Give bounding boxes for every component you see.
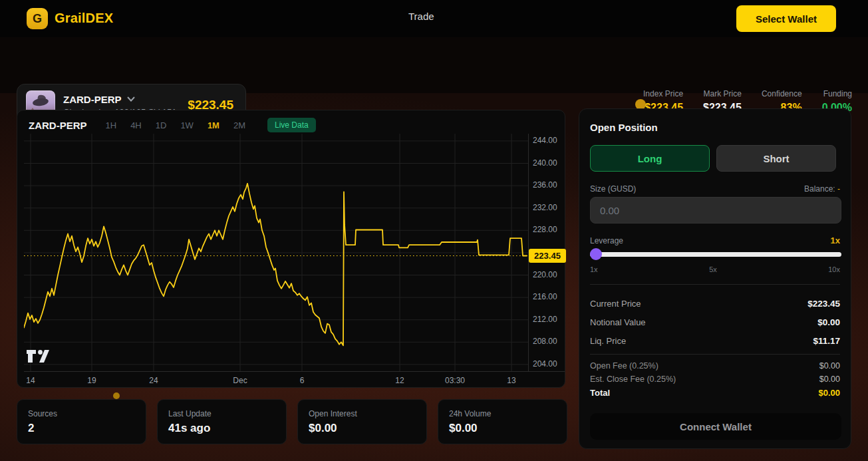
x-axis-tick-label: Dec	[233, 376, 247, 385]
divider	[590, 284, 840, 285]
axis-separator-horizontal	[24, 371, 565, 372]
timeframe-1h-button[interactable]: 1H	[106, 120, 117, 130]
row-label: Current Price	[590, 299, 641, 309]
balance-label: Balance: -	[804, 184, 840, 194]
scale-mid: 5x	[709, 265, 717, 273]
nav-link-trade[interactable]: Trade	[408, 11, 434, 22]
timeframe-1w-button[interactable]: 1W	[180, 120, 194, 130]
short-button[interactable]: Short	[716, 145, 836, 172]
open-fee-row: Open Fee (0.25%) $0.00	[590, 361, 840, 371]
brand-name[interactable]: GrailDEX	[55, 11, 113, 26]
y-axis-tick-label: 228.00	[533, 225, 557, 234]
timeframe-2m-button[interactable]: 2M	[233, 120, 245, 130]
notional-value-row: Notional Value $0.00	[590, 317, 840, 327]
stat-card-24h-volume: 24h Volume $0.00	[438, 399, 567, 444]
scale-max: 10x	[828, 265, 840, 273]
stat-card-label: Open Interest	[309, 409, 416, 418]
stat-card-label: 24h Volume	[449, 409, 556, 418]
y-axis-tick-label: 216.00	[533, 292, 557, 301]
row-value: $0.00	[818, 388, 840, 398]
stat-card-label: Sources	[28, 409, 135, 418]
chart-panel: ZARD-PERP 1H 4H 1D 1W 1M 2M Live Data 24…	[17, 110, 565, 388]
x-axis-tick-label: 13	[507, 376, 515, 385]
x-axis-labels[interactable]: 141924Dec61203:3013	[24, 376, 528, 386]
row-value: $11.17	[813, 336, 840, 346]
size-label: Size (GUSD)	[590, 184, 636, 194]
row-label: Liq. Price	[590, 336, 626, 346]
row-value: $0.00	[817, 317, 840, 327]
tradingview-logo-icon[interactable]	[26, 349, 50, 364]
current-price-badge: 223.45	[529, 249, 566, 263]
y-axis-tick-label: 208.00	[533, 337, 557, 346]
leverage-slider[interactable]	[590, 252, 841, 257]
select-wallet-button[interactable]: Select Wallet	[736, 5, 836, 32]
footer-stats: Sources 2 Last Update 41s ago Open Inter…	[17, 399, 567, 444]
balance-value: -	[837, 184, 840, 194]
stat-card-label: Last Update	[168, 409, 275, 418]
panel-title: Open Position	[590, 122, 658, 133]
decorative-dot	[113, 392, 120, 399]
total-fee-row: Total $0.00	[590, 387, 840, 398]
chart-header: ZARD-PERP 1H 4H 1D 1W 1M 2M Live Data	[29, 118, 316, 132]
market-header: ZARD-PERP Charizard ex 199/165 SV 151 $2…	[0, 37, 868, 93]
timeframe-4h-button[interactable]: 4H	[130, 120, 142, 130]
price-chart-plot[interactable]	[24, 134, 528, 371]
timeframe-1m-button[interactable]: 1M	[208, 120, 219, 130]
y-axis-tick-label: 240.00	[533, 158, 557, 168]
stat-card-value: $0.00	[449, 422, 556, 435]
y-axis-tick-label: 236.00	[533, 180, 557, 190]
x-axis-tick-label: 12	[395, 376, 404, 385]
stat-label: Funding	[823, 89, 852, 98]
asset-symbol: ZARD-PERP	[63, 94, 122, 105]
chart-symbol: ZARD-PERP	[29, 120, 87, 131]
stat-card-value: $0.00	[309, 422, 416, 435]
divider	[590, 354, 840, 355]
chevron-down-icon[interactable]	[127, 96, 135, 102]
leverage-slider-thumb[interactable]	[590, 248, 602, 260]
x-axis-tick-label: 19	[87, 376, 96, 385]
stat-label: Mark Price	[704, 89, 742, 98]
stat-label: Index Price	[643, 89, 683, 98]
stat-card-sources: Sources 2	[17, 399, 146, 444]
stat-card-open-interest: Open Interest $0.00	[297, 399, 427, 444]
top-nav: G GrailDEX Trade Select Wallet	[0, 0, 868, 37]
y-axis-tick-label: 220.00	[533, 270, 557, 279]
stat-card-value: 2	[28, 422, 135, 435]
current-price-row: Current Price $223.45	[590, 298, 840, 309]
row-label: Open Fee (0.25%)	[590, 361, 658, 371]
stat-card-value: 41s ago	[168, 422, 275, 435]
y-axis-tick-label: 232.00	[533, 203, 557, 212]
open-position-panel: Open Position Long Short Size (GUSD) Bal…	[579, 108, 851, 449]
size-label-row: Size (GUSD) Balance: -	[590, 184, 840, 194]
leverage-value: 1x	[831, 235, 840, 245]
row-value: $223.45	[807, 299, 840, 309]
row-value: $0.00	[819, 361, 840, 371]
balance-text: Balance:	[804, 184, 835, 194]
y-axis-tick-label: 204.00	[533, 359, 557, 369]
asset-thumbnail-art	[32, 97, 49, 106]
x-axis-tick-label: 6	[300, 376, 305, 385]
x-axis-tick-label: 24	[149, 376, 158, 385]
live-data-badge: Live Data	[267, 118, 316, 132]
price-chart-svg	[24, 134, 528, 371]
leverage-scale: 1x 5x 10x	[590, 265, 840, 273]
leverage-label: Leverage	[590, 236, 623, 245]
row-label: Total	[590, 388, 610, 398]
y-axis-tick-label: 244.00	[533, 136, 557, 145]
connect-wallet-button[interactable]: Connect Wallet	[590, 413, 841, 440]
x-axis-tick-label: 03:30	[445, 376, 465, 385]
size-input[interactable]	[590, 197, 841, 224]
x-axis-tick-label: 14	[26, 376, 35, 385]
stat-label: Confidence	[762, 89, 802, 98]
graildex-logo-icon[interactable]: G	[27, 8, 48, 29]
row-value: $0.00	[819, 375, 840, 384]
stat-card-last-update: Last Update 41s ago	[157, 399, 287, 444]
timeframe-1d-button[interactable]: 1D	[156, 120, 167, 130]
close-fee-row: Est. Close Fee (0.25%) $0.00	[590, 374, 840, 384]
y-axis-tick-label: 212.00	[533, 315, 557, 324]
scale-min: 1x	[590, 265, 598, 273]
long-button[interactable]: Long	[590, 145, 710, 172]
row-label: Est. Close Fee (0.25%)	[590, 375, 676, 384]
liq-price-row: Liq. Price $11.17	[590, 335, 840, 346]
leverage-row: Leverage 1x	[590, 235, 840, 245]
